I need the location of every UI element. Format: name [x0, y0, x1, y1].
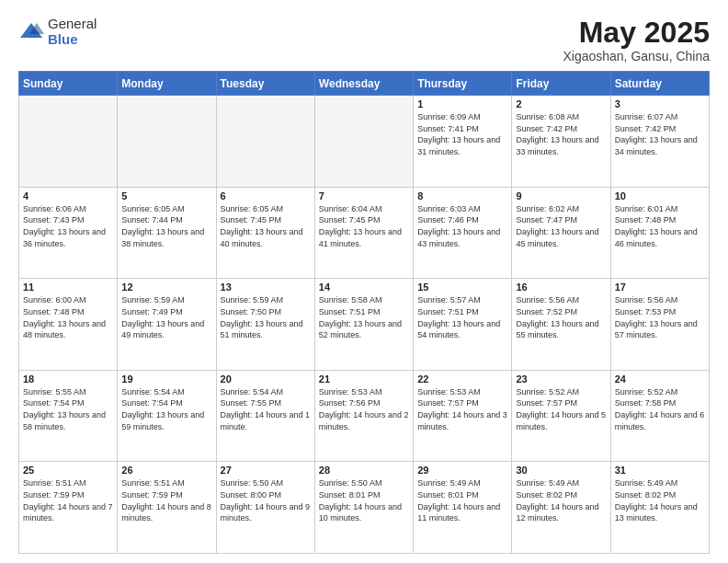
table-row: 3Sunrise: 6:07 AM Sunset: 7:42 PM Daylig… [610, 96, 709, 188]
logo: General Blue [18, 17, 97, 47]
day-info: Sunrise: 5:54 AM Sunset: 7:55 PM Dayligh… [221, 386, 311, 432]
page: General Blue May 2025 Xigaoshan, Gansu, … [0, 0, 728, 563]
table-row: 15Sunrise: 5:57 AM Sunset: 7:51 PM Dayli… [414, 279, 512, 371]
day-number: 22 [417, 373, 507, 385]
table-row: 28Sunrise: 5:50 AM Sunset: 8:01 PM Dayli… [314, 462, 413, 554]
day-number: 29 [417, 465, 507, 476]
day-info: Sunrise: 6:03 AM Sunset: 7:46 PM Dayligh… [417, 203, 507, 249]
calendar-table: Sunday Monday Tuesday Wednesday Thursday… [18, 71, 710, 554]
day-number: 5 [121, 190, 211, 201]
table-row: 30Sunrise: 5:49 AM Sunset: 8:02 PM Dayli… [512, 462, 610, 554]
col-tuesday: Tuesday [216, 72, 314, 96]
day-info: Sunrise: 5:52 AM Sunset: 7:58 PM Dayligh… [615, 386, 705, 432]
day-info: Sunrise: 6:05 AM Sunset: 7:44 PM Dayligh… [121, 203, 211, 249]
table-row: 18Sunrise: 5:55 AM Sunset: 7:54 PM Dayli… [19, 370, 118, 462]
day-number: 14 [319, 282, 409, 293]
day-info: Sunrise: 5:59 AM Sunset: 7:49 PM Dayligh… [121, 294, 211, 340]
day-number: 8 [417, 190, 507, 201]
day-number: 21 [319, 373, 409, 385]
day-number: 4 [23, 190, 113, 201]
title-area: May 2025 Xigaoshan, Gansu, China [563, 17, 710, 63]
calendar-week-row: 1Sunrise: 6:09 AM Sunset: 7:41 PM Daylig… [19, 96, 710, 188]
day-info: Sunrise: 6:01 AM Sunset: 7:48 PM Dayligh… [615, 203, 705, 249]
table-row: 5Sunrise: 6:05 AM Sunset: 7:44 PM Daylig… [118, 187, 216, 279]
table-row: 1Sunrise: 6:09 AM Sunset: 7:41 PM Daylig… [414, 96, 512, 188]
table-row: 24Sunrise: 5:52 AM Sunset: 7:58 PM Dayli… [610, 370, 709, 462]
month-title: May 2025 [563, 17, 710, 49]
day-number: 31 [615, 465, 705, 476]
col-saturday: Saturday [610, 72, 709, 96]
table-row [19, 96, 118, 188]
day-info: Sunrise: 6:00 AM Sunset: 7:48 PM Dayligh… [23, 294, 113, 340]
table-row: 13Sunrise: 5:59 AM Sunset: 7:50 PM Dayli… [216, 279, 314, 371]
day-number: 27 [221, 465, 311, 476]
day-info: Sunrise: 5:54 AM Sunset: 7:54 PM Dayligh… [121, 386, 211, 432]
calendar-week-row: 25Sunrise: 5:51 AM Sunset: 7:59 PM Dayli… [19, 462, 710, 554]
day-number: 6 [221, 190, 311, 201]
day-number: 25 [23, 465, 113, 476]
table-row: 16Sunrise: 5:56 AM Sunset: 7:52 PM Dayli… [512, 279, 610, 371]
calendar-week-row: 11Sunrise: 6:00 AM Sunset: 7:48 PM Dayli… [19, 279, 710, 371]
day-info: Sunrise: 5:55 AM Sunset: 7:54 PM Dayligh… [23, 386, 113, 432]
day-info: Sunrise: 6:09 AM Sunset: 7:41 PM Dayligh… [417, 111, 507, 157]
table-row: 4Sunrise: 6:06 AM Sunset: 7:43 PM Daylig… [19, 187, 118, 279]
day-number: 18 [23, 373, 113, 385]
day-number: 12 [121, 282, 211, 293]
table-row: 31Sunrise: 5:49 AM Sunset: 8:02 PM Dayli… [610, 462, 709, 554]
day-info: Sunrise: 6:08 AM Sunset: 7:42 PM Dayligh… [516, 111, 606, 157]
table-row: 8Sunrise: 6:03 AM Sunset: 7:46 PM Daylig… [414, 187, 512, 279]
calendar-week-row: 4Sunrise: 6:06 AM Sunset: 7:43 PM Daylig… [19, 187, 710, 279]
col-friday: Friday [512, 72, 610, 96]
day-info: Sunrise: 5:57 AM Sunset: 7:51 PM Dayligh… [417, 294, 507, 340]
day-info: Sunrise: 5:56 AM Sunset: 7:52 PM Dayligh… [516, 294, 606, 340]
day-number: 24 [615, 373, 705, 385]
day-info: Sunrise: 5:59 AM Sunset: 7:50 PM Dayligh… [221, 294, 311, 340]
table-row: 26Sunrise: 5:51 AM Sunset: 7:59 PM Dayli… [118, 462, 216, 554]
col-monday: Monday [118, 72, 216, 96]
table-row [216, 96, 314, 188]
table-row: 2Sunrise: 6:08 AM Sunset: 7:42 PM Daylig… [512, 96, 610, 188]
col-wednesday: Wednesday [314, 72, 413, 96]
day-number: 30 [516, 465, 606, 476]
location-subtitle: Xigaoshan, Gansu, China [563, 49, 710, 63]
day-number: 10 [615, 190, 705, 201]
table-row: 7Sunrise: 6:04 AM Sunset: 7:45 PM Daylig… [314, 187, 413, 279]
table-row: 20Sunrise: 5:54 AM Sunset: 7:55 PM Dayli… [216, 370, 314, 462]
day-info: Sunrise: 5:53 AM Sunset: 7:57 PM Dayligh… [417, 386, 507, 432]
day-info: Sunrise: 6:04 AM Sunset: 7:45 PM Dayligh… [319, 203, 409, 249]
logo-blue-text: Blue [48, 32, 97, 48]
day-info: Sunrise: 6:07 AM Sunset: 7:42 PM Dayligh… [615, 111, 705, 157]
table-row [314, 96, 413, 188]
day-info: Sunrise: 5:51 AM Sunset: 7:59 PM Dayligh… [121, 477, 211, 523]
table-row: 22Sunrise: 5:53 AM Sunset: 7:57 PM Dayli… [414, 370, 512, 462]
table-row: 10Sunrise: 6:01 AM Sunset: 7:48 PM Dayli… [610, 187, 709, 279]
calendar-week-row: 18Sunrise: 5:55 AM Sunset: 7:54 PM Dayli… [19, 370, 710, 462]
day-info: Sunrise: 5:49 AM Sunset: 8:02 PM Dayligh… [516, 477, 606, 523]
day-info: Sunrise: 5:49 AM Sunset: 8:02 PM Dayligh… [615, 477, 705, 523]
day-number: 1 [417, 98, 507, 109]
table-row: 9Sunrise: 6:02 AM Sunset: 7:47 PM Daylig… [512, 187, 610, 279]
table-row: 19Sunrise: 5:54 AM Sunset: 7:54 PM Dayli… [118, 370, 216, 462]
day-number: 17 [615, 282, 705, 293]
table-row [118, 96, 216, 188]
day-number: 15 [417, 282, 507, 293]
day-number: 9 [516, 190, 606, 201]
day-info: Sunrise: 6:06 AM Sunset: 7:43 PM Dayligh… [23, 203, 113, 249]
day-info: Sunrise: 5:50 AM Sunset: 8:00 PM Dayligh… [221, 477, 311, 523]
table-row: 27Sunrise: 5:50 AM Sunset: 8:00 PM Dayli… [216, 462, 314, 554]
table-row: 21Sunrise: 5:53 AM Sunset: 7:56 PM Dayli… [314, 370, 413, 462]
day-number: 20 [221, 373, 311, 385]
table-row: 12Sunrise: 5:59 AM Sunset: 7:49 PM Dayli… [118, 279, 216, 371]
table-row: 23Sunrise: 5:52 AM Sunset: 7:57 PM Dayli… [512, 370, 610, 462]
day-number: 28 [319, 465, 409, 476]
col-thursday: Thursday [414, 72, 512, 96]
day-number: 11 [23, 282, 113, 293]
day-info: Sunrise: 6:05 AM Sunset: 7:45 PM Dayligh… [221, 203, 311, 249]
day-number: 13 [221, 282, 311, 293]
day-number: 26 [121, 465, 211, 476]
logo-icon [18, 19, 44, 45]
day-number: 23 [516, 373, 606, 385]
calendar-header-row: Sunday Monday Tuesday Wednesday Thursday… [19, 72, 710, 96]
table-row: 25Sunrise: 5:51 AM Sunset: 7:59 PM Dayli… [19, 462, 118, 554]
day-info: Sunrise: 6:02 AM Sunset: 7:47 PM Dayligh… [516, 203, 606, 249]
